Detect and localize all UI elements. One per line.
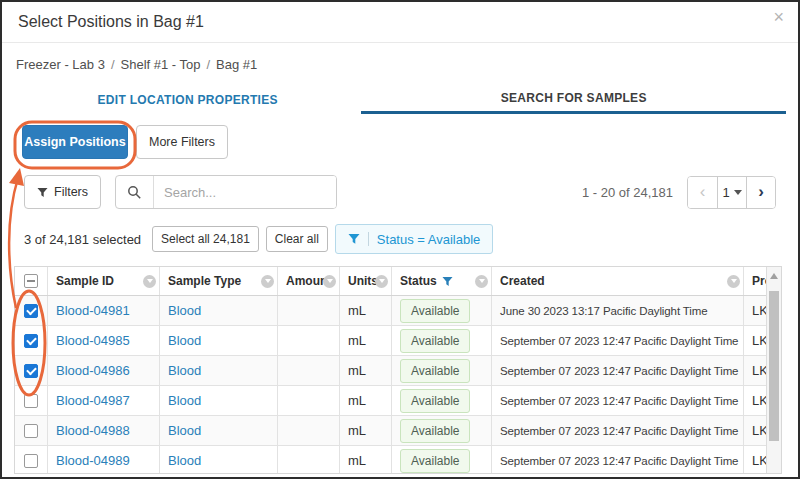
- created-cell: September 07 2023 12:47 Pacific Daylight…: [492, 356, 744, 385]
- status-badge: Available: [400, 299, 470, 323]
- column-label: Sample ID: [56, 274, 114, 288]
- sample-type-link[interactable]: Blood: [168, 303, 201, 318]
- next-page-button[interactable]: ›: [746, 177, 775, 208]
- row-checkbox[interactable]: [24, 334, 38, 348]
- sample-type-link[interactable]: Blood: [168, 393, 201, 408]
- column-label: Units: [348, 274, 378, 288]
- units-cell: mL: [340, 296, 392, 325]
- annotation-arrow-head: [9, 168, 24, 186]
- units-cell: mL: [340, 326, 392, 355]
- amount-cell: [278, 296, 340, 325]
- table-row: Blood-04987 Blood mL Available September…: [15, 386, 766, 416]
- project-cell: LKS: [744, 296, 766, 325]
- created-cell: September 07 2023 12:47 Pacific Daylight…: [492, 386, 744, 415]
- scroll-up-icon[interactable]: [770, 273, 778, 279]
- scrollbar-thumb[interactable]: [769, 291, 779, 441]
- sample-id-link[interactable]: Blood-04988: [56, 423, 130, 438]
- status-badge: Available: [400, 359, 470, 383]
- created-cell: September 07 2023 12:47 Pacific Daylight…: [492, 446, 744, 474]
- page-selector[interactable]: 1: [717, 177, 746, 208]
- assign-positions-button[interactable]: Assign Positions: [22, 125, 128, 159]
- column-header-created[interactable]: Created: [492, 267, 744, 295]
- sample-id-link[interactable]: Blood-04989: [56, 453, 130, 468]
- selection-bar: 3 of 24,181 selected Select all 24,181 C…: [24, 224, 776, 254]
- filter-funnel-icon: [37, 187, 48, 198]
- amount-cell: [278, 386, 340, 415]
- sample-id-link[interactable]: Blood-04981: [56, 303, 130, 318]
- selection-status: 3 of 24,181 selected: [24, 232, 141, 247]
- column-menu-icon[interactable]: [261, 275, 274, 288]
- project-cell: LKS: [744, 446, 766, 474]
- row-checkbox[interactable]: [24, 304, 38, 318]
- breadcrumb: Freezer - Lab 3/Shelf #1 - Top/Bag #1: [16, 57, 784, 72]
- table-scrollbar[interactable]: [766, 267, 781, 473]
- column-menu-icon[interactable]: [375, 275, 388, 288]
- pager: ‹ 1 ›: [687, 176, 776, 209]
- column-menu-icon[interactable]: [727, 275, 740, 288]
- sample-type-link[interactable]: Blood: [168, 453, 201, 468]
- sample-id-link[interactable]: Blood-04985: [56, 333, 130, 348]
- amount-cell: [278, 356, 340, 385]
- row-checkbox[interactable]: [24, 454, 38, 468]
- filter-chip-label: Status = Available: [377, 232, 480, 247]
- tab-edit-location-properties[interactable]: EDIT LOCATION PROPERTIES: [14, 85, 361, 114]
- amount-cell: [278, 416, 340, 445]
- active-filter-icon: [442, 276, 453, 287]
- table-row: Blood-04989 Blood mL Available September…: [15, 446, 766, 474]
- select-all-button[interactable]: Select all 24,181: [152, 226, 259, 252]
- filters-button[interactable]: Filters: [24, 175, 101, 209]
- amount-cell: [278, 446, 340, 474]
- row-checkbox[interactable]: [24, 364, 38, 378]
- table-header-row: Sample ID Sample Type Amount Units Statu…: [15, 267, 766, 296]
- row-checkbox[interactable]: [24, 394, 38, 408]
- dialog-title: Select Positions in Bag #1: [18, 13, 204, 31]
- column-menu-icon[interactable]: [323, 275, 336, 288]
- status-badge: Available: [400, 389, 470, 413]
- column-header-sample-type[interactable]: Sample Type: [160, 267, 278, 295]
- pagination-summary: 1 - 20 of 24,181: [582, 185, 673, 200]
- column-menu-icon[interactable]: [475, 275, 488, 288]
- breadcrumb-shelf[interactable]: Shelf #1 - Top: [121, 57, 201, 72]
- search-box: [115, 175, 337, 209]
- search-input[interactable]: [154, 176, 336, 208]
- column-menu-icon[interactable]: [143, 275, 156, 288]
- column-header-status[interactable]: Status: [392, 267, 492, 295]
- column-header-amount[interactable]: Amount: [278, 267, 340, 295]
- dialog-header: Select Positions in Bag #1 ×: [2, 2, 798, 43]
- sample-type-link[interactable]: Blood: [168, 423, 201, 438]
- select-page-checkbox[interactable]: [24, 274, 38, 288]
- column-label: Status: [400, 274, 437, 288]
- prev-page-button[interactable]: ‹: [688, 177, 717, 208]
- created-cell: September 07 2023 12:47 Pacific Daylight…: [492, 326, 744, 355]
- tab-search-for-samples[interactable]: SEARCH FOR SAMPLES: [361, 85, 786, 114]
- page-number: 1: [722, 185, 729, 200]
- filter-chip[interactable]: Status = Available: [335, 224, 493, 254]
- units-cell: mL: [340, 446, 392, 474]
- column-header-units[interactable]: Units: [340, 267, 392, 295]
- column-label: Sample Type: [168, 274, 241, 288]
- breadcrumb-bag: Bag #1: [216, 57, 257, 72]
- sample-id-link[interactable]: Blood-04987: [56, 393, 130, 408]
- units-cell: mL: [340, 416, 392, 445]
- project-cell: LKS: [744, 416, 766, 445]
- sample-id-link[interactable]: Blood-04986: [56, 363, 130, 378]
- select-positions-dialog: Select Positions in Bag #1 × Freezer - L…: [0, 0, 800, 479]
- search-icon: [116, 176, 154, 208]
- close-icon[interactable]: ×: [773, 8, 784, 26]
- samples-table: Sample ID Sample Type Amount Units Statu…: [14, 266, 782, 474]
- sample-type-link[interactable]: Blood: [168, 333, 201, 348]
- units-cell: mL: [340, 386, 392, 415]
- column-header-sample-id[interactable]: Sample ID: [48, 267, 160, 295]
- breadcrumb-freezer[interactable]: Freezer - Lab 3: [16, 57, 105, 72]
- sample-type-link[interactable]: Blood: [168, 363, 201, 378]
- status-badge: Available: [400, 449, 470, 473]
- clear-all-button[interactable]: Clear all: [266, 226, 328, 252]
- row-checkbox[interactable]: [24, 424, 38, 438]
- more-filters-button[interactable]: More Filters: [136, 125, 228, 159]
- amount-cell: [278, 326, 340, 355]
- table-row: Blood-04981 Blood mL Available June 30 2…: [15, 296, 766, 326]
- breadcrumb-separator: /: [111, 57, 115, 72]
- column-header-project[interactable]: Pro: [744, 267, 768, 295]
- status-badge: Available: [400, 419, 470, 443]
- project-cell: LKS: [744, 386, 766, 415]
